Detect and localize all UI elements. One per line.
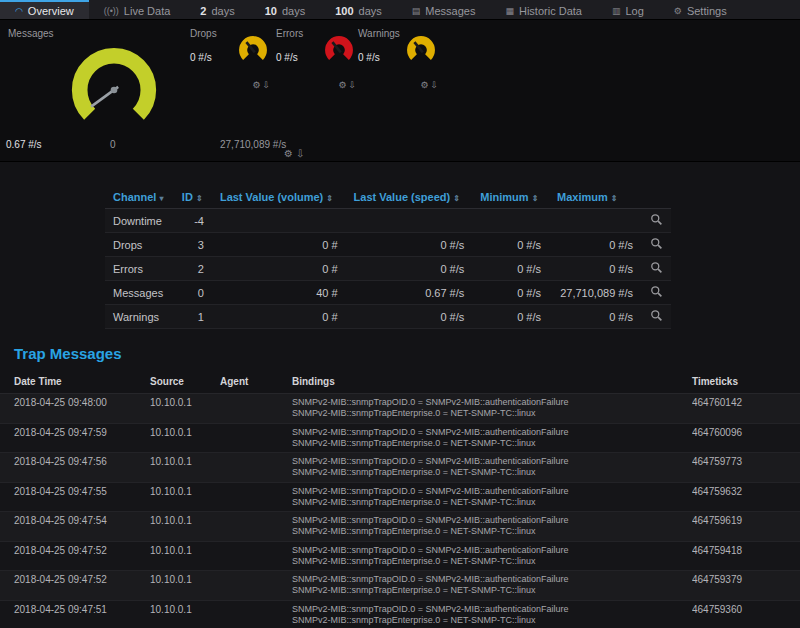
- channel-id: 0: [174, 281, 212, 305]
- download-icon[interactable]: ⇩: [262, 80, 270, 90]
- channel-zoom-button[interactable]: [641, 257, 671, 281]
- trap-datetime: 2018-04-25 09:48:00: [0, 394, 150, 424]
- channel-id: -4: [174, 209, 212, 233]
- trap-source: 10.10.0.1: [150, 571, 220, 601]
- gear-icon[interactable]: ⚙: [284, 148, 293, 159]
- channel-min: 0 #/s: [472, 257, 549, 281]
- binding-line: SNMPv2-MIB::snmpTrapOID.0 = SNMPv2-MIB::…: [292, 545, 684, 556]
- trap-bindings: SNMPv2-MIB::snmpTrapOID.0 = SNMPv2-MIB::…: [292, 512, 692, 542]
- trap-bindings: SNMPv2-MIB::snmpTrapOID.0 = SNMPv2-MIB::…: [292, 423, 692, 453]
- col-minimum[interactable]: Minimum ⇕: [472, 186, 549, 209]
- sensor-dashboard: ◠Overview((•))Live Data2days10days100day…: [0, 0, 800, 628]
- trap-timeticks: 464759360: [692, 600, 800, 628]
- channel-zoom-button[interactable]: [641, 281, 671, 305]
- small-gauge-actions: ⚙⇩: [336, 80, 356, 90]
- tab-historic-data[interactable]: ▦Historic Data: [490, 0, 596, 19]
- gauge-errors: Errors 0 #/s ⚙⇩: [276, 28, 362, 90]
- header-label: Channel: [113, 191, 156, 203]
- trap-source: 10.10.0.1: [150, 482, 220, 512]
- download-icon[interactable]: ⇩: [296, 148, 304, 159]
- tab-number: 2: [200, 5, 206, 17]
- tab-settings[interactable]: ⚙Settings: [659, 0, 742, 19]
- binding-line: SNMPv2-MIB::snmpTrapOID.0 = SNMPv2-MIB::…: [292, 574, 684, 585]
- tab-10-days[interactable]: 10days: [250, 0, 321, 19]
- col-maximum[interactable]: Maximum ⇕: [549, 186, 641, 209]
- trap-bindings: SNMPv2-MIB::snmpTrapOID.0 = SNMPv2-MIB::…: [292, 394, 692, 424]
- small-gauge-value: 0 #/s: [190, 52, 212, 63]
- tab-live-data[interactable]: ((•))Live Data: [89, 0, 186, 19]
- download-icon[interactable]: ⇩: [430, 80, 438, 90]
- trap-timeticks: 464759773: [692, 453, 800, 483]
- channel-zoom-button[interactable]: [641, 305, 671, 329]
- tab-label: Live Data: [124, 5, 170, 17]
- col-zoom: [641, 186, 671, 209]
- trap-row: 2018-04-25 09:47:55 10.10.0.1 SNMPv2-MIB…: [0, 482, 800, 512]
- sort-icon: ▾: [159, 194, 163, 203]
- channel-table-header-row: Channel ▾ID ⇕Last Value (volume) ⇕Last V…: [105, 186, 671, 209]
- trap-datetime: 2018-04-25 09:47:51: [0, 600, 150, 628]
- channel-name: Errors: [105, 257, 174, 281]
- tab-messages[interactable]: ▤Messages: [397, 0, 491, 19]
- trap-table-body: 2018-04-25 09:48:00 10.10.0.1 SNMPv2-MIB…: [0, 394, 800, 628]
- trap-bindings: SNMPv2-MIB::snmpTrapOID.0 = SNMPv2-MIB::…: [292, 571, 692, 601]
- magnifier-icon: [650, 261, 663, 274]
- channel-name: Warnings: [105, 305, 174, 329]
- tab-bar: ◠Overview((•))Live Data2days10days100day…: [0, 0, 800, 20]
- trap-bindings: SNMPv2-MIB::snmpTrapOID.0 = SNMPv2-MIB::…: [292, 482, 692, 512]
- tab-2-days[interactable]: 2days: [185, 0, 249, 19]
- messages-gauge: [62, 38, 166, 142]
- trap-row: 2018-04-25 09:47:52 10.10.0.1 SNMPv2-MIB…: [0, 541, 800, 571]
- channel-row: Downtime -4: [105, 209, 671, 233]
- col-agent: Agent: [220, 370, 292, 394]
- tab-log[interactable]: ▥Log: [597, 0, 659, 19]
- gauge-arc: [80, 56, 149, 115]
- trap-source: 10.10.0.1: [150, 423, 220, 453]
- channel-volume: 40 #: [212, 281, 346, 305]
- col-channel[interactable]: Channel ▾: [105, 186, 174, 209]
- channel-zoom-button[interactable]: [641, 233, 671, 257]
- col-last-value-volume-[interactable]: Last Value (volume) ⇕: [212, 186, 346, 209]
- small-gauge-actions: ⚙⇩: [250, 80, 270, 90]
- header-label: Last Value (volume): [220, 191, 323, 203]
- log-icon: ▥: [612, 6, 621, 16]
- channel-speed: 0 #/s: [346, 305, 473, 329]
- gear-icon[interactable]: ⚙: [420, 80, 428, 90]
- trap-bindings: SNMPv2-MIB::snmpTrapOID.0 = SNMPv2-MIB::…: [292, 541, 692, 571]
- channel-max: [549, 209, 641, 233]
- sort-icon: ⇕: [453, 194, 460, 203]
- binding-line: SNMPv2-MIB::snmpTrapOID.0 = SNMPv2-MIB::…: [292, 604, 684, 615]
- trap-timeticks: 464760142: [692, 394, 800, 424]
- binding-line: SNMPv2-MIB::snmpTrapEnterprise.0 = NET-S…: [292, 556, 684, 567]
- small-gauge-value: 0 #/s: [358, 52, 380, 63]
- tab-number: 10: [265, 5, 277, 17]
- binding-line: SNMPv2-MIB::snmpTrapEnterprise.0 = NET-S…: [292, 438, 684, 449]
- small-gauge-dial: [406, 35, 436, 65]
- tab-100-days[interactable]: 100days: [320, 0, 397, 19]
- tab-overview[interactable]: ◠Overview: [0, 0, 89, 19]
- trap-agent: [220, 423, 292, 453]
- trap-agent: [220, 571, 292, 601]
- binding-line: SNMPv2-MIB::snmpTrapOID.0 = SNMPv2-MIB::…: [292, 397, 684, 408]
- channel-row: Drops 3 0 # 0 #/s 0 #/s 0 #/s: [105, 233, 671, 257]
- magnifier-icon: [650, 213, 663, 226]
- trap-datetime: 2018-04-25 09:47:54: [0, 512, 150, 542]
- channel-volume: 0 #: [212, 305, 346, 329]
- gear-icon[interactable]: ⚙: [252, 80, 260, 90]
- gear-icon[interactable]: ⚙: [338, 80, 346, 90]
- tab-label: Log: [625, 5, 643, 17]
- main-gauge-title: Messages: [8, 28, 54, 39]
- sort-icon: ⇕: [326, 194, 333, 203]
- channel-zoom-button[interactable]: [641, 209, 671, 233]
- col-last-value-speed-[interactable]: Last Value (speed) ⇕: [346, 186, 473, 209]
- download-icon[interactable]: ⇩: [348, 80, 356, 90]
- overview-icon: ◠: [15, 6, 23, 16]
- trap-row: 2018-04-25 09:48:00 10.10.0.1 SNMPv2-MIB…: [0, 394, 800, 424]
- channel-speed: 0.67 #/s: [346, 281, 473, 305]
- col-id[interactable]: ID ⇕: [174, 186, 212, 209]
- binding-line: SNMPv2-MIB::snmpTrapOID.0 = SNMPv2-MIB::…: [292, 486, 684, 497]
- tab-label: days: [359, 5, 382, 17]
- small-gauge-dial: [324, 35, 354, 65]
- trap-agent: [220, 453, 292, 483]
- binding-line: SNMPv2-MIB::snmpTrapEnterprise.0 = NET-S…: [292, 497, 684, 508]
- tab-label: Historic Data: [519, 5, 582, 17]
